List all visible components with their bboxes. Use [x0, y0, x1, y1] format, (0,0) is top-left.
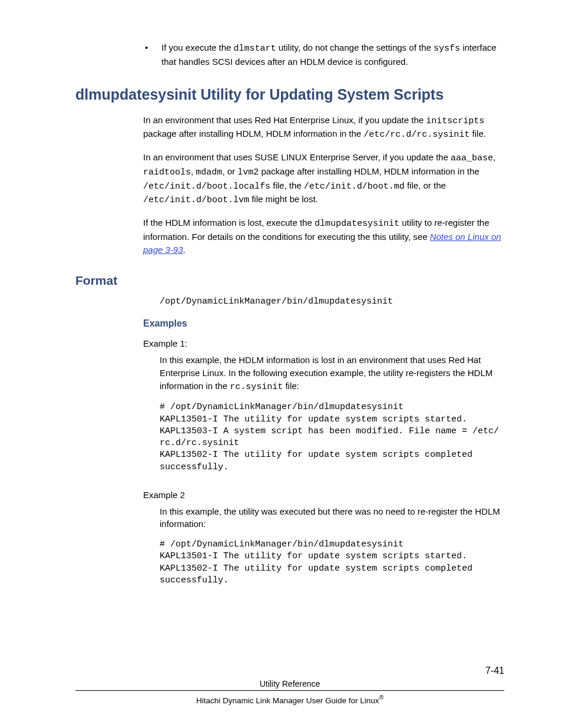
footer-guide-title: Hitachi Dynamic Link Manager User Guide …	[196, 696, 379, 704]
code: /etc/init.d/boot.localfs	[143, 182, 270, 192]
subsection-heading-format: Format	[75, 274, 504, 288]
text: package after installing HDLM, HDLM info…	[259, 166, 479, 176]
bullet-dot: •	[145, 41, 161, 68]
paragraph: If the HDLM information is lost, execute…	[143, 216, 504, 256]
code: mdadm	[196, 167, 222, 177]
example-2-label: Example 2	[143, 489, 504, 502]
footer-row-1: Utility Reference 7-41	[75, 677, 504, 690]
text: In an environment that uses SUSE LINUX E…	[143, 152, 451, 162]
text: In this example, the HDLM information is…	[160, 355, 492, 391]
code: dlmupdatesysinit	[315, 219, 399, 229]
section-heading: dlmupdatesysinit Utility for Updating Sy…	[75, 86, 504, 103]
code: rc.sysinit	[230, 382, 283, 392]
code: /etc/init.d/boot.lvm	[143, 195, 249, 205]
text: If you execute the	[161, 42, 234, 52]
code: /etc/init.d/boot.md	[304, 182, 405, 192]
text: In an environment that uses Red Hat Ente…	[143, 115, 426, 125]
page: • If you execute the dlmstart utility, d…	[0, 0, 562, 728]
paragraph: In an environment that uses SUSE LINUX E…	[143, 151, 504, 207]
bullet-text: If you execute the dlmstart utility, do …	[161, 41, 504, 68]
footer-divider	[75, 690, 504, 691]
code: initscripts	[426, 116, 484, 126]
footer-section-title: Utility Reference	[260, 679, 320, 689]
text: , or	[222, 166, 237, 176]
registered-trademark-icon: ®	[379, 694, 384, 701]
text: file:	[283, 381, 299, 391]
text: utility, do not change the settings of t…	[276, 42, 434, 52]
text: file.	[470, 129, 486, 139]
code: raidtools	[143, 167, 191, 177]
text: If the HDLM information is lost, execute…	[143, 218, 315, 228]
example-1-label: Example 1:	[143, 337, 504, 350]
text: ,	[493, 152, 495, 162]
paragraph: In an environment that uses Red Hat Ente…	[143, 114, 504, 142]
page-footer: Utility Reference 7-41 Hitachi Dynamic L…	[75, 677, 504, 705]
code: aaa_base	[451, 153, 493, 163]
footer-row-2: Hitachi Dynamic Link Manager User Guide …	[75, 694, 504, 705]
code: dlmstart	[234, 44, 276, 54]
text: file, or the	[405, 180, 446, 190]
example-2-output: # /opt/DynamicLinkManager/bin/dlmupdates…	[160, 539, 504, 587]
example-1-output: # /opt/DynamicLinkManager/bin/dlmupdates…	[160, 401, 504, 473]
bullet-item: • If you execute the dlmstart utility, d…	[145, 41, 504, 68]
page-number: 7-41	[485, 664, 504, 677]
text: .	[183, 245, 186, 255]
code: sysfs	[434, 44, 460, 54]
code: lvm2	[237, 167, 259, 177]
examples-heading: Examples	[143, 318, 504, 329]
text: file, the	[270, 180, 304, 190]
text: package after installing HDLM, HDLM info…	[143, 129, 363, 139]
text: file might be lost.	[249, 194, 318, 204]
format-command-path: /opt/DynamicLinkManager/bin/dlmupdatesys…	[160, 297, 504, 307]
code: /etc/rc.d/rc.sysinit	[363, 130, 470, 140]
example-2-desc: In this example, the utility was execute…	[160, 505, 504, 531]
example-1-desc: In this example, the HDLM information is…	[160, 354, 504, 393]
